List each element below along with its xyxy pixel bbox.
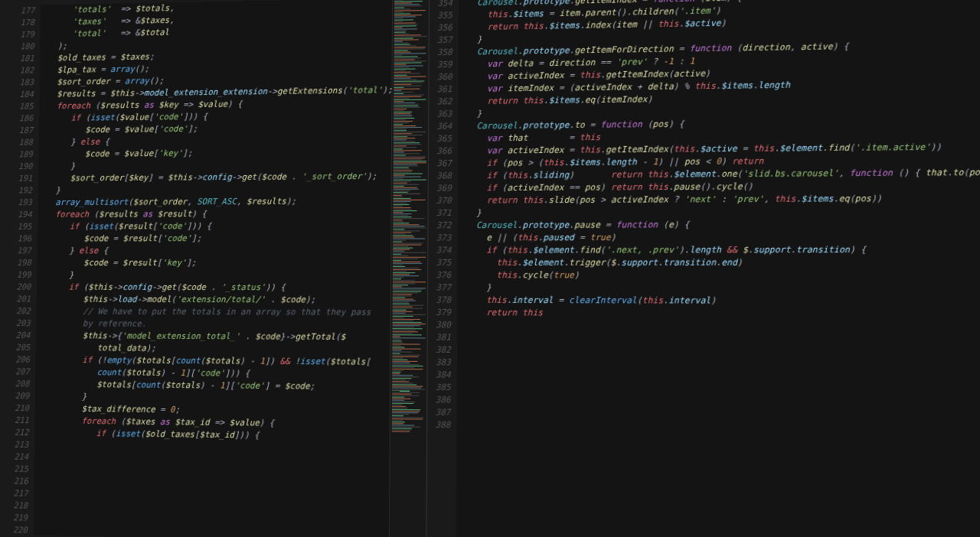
line-number: 185: [15, 101, 34, 113]
line-number: 192: [13, 185, 32, 197]
line-number: 388: [430, 419, 450, 432]
line-number: 371: [432, 207, 452, 220]
line-number: 190: [14, 161, 33, 173]
code-line: } else {: [40, 245, 390, 258]
code-line: array_multisort($sort_order, SORT_ASC, $…: [41, 195, 390, 209]
line-number: 195: [13, 221, 32, 233]
code-line: this.interval = clearInterval(this.inter…: [460, 295, 980, 308]
line-number: 374: [431, 245, 451, 257]
line-number: 200: [12, 282, 31, 294]
code-line: }: [40, 269, 390, 282]
line-number: 363: [432, 108, 452, 120]
line-number: 378: [431, 295, 451, 307]
code-line: e || (this.paused = true): [461, 230, 980, 244]
line-number: 379: [431, 307, 451, 319]
line-number: 209: [10, 390, 29, 402]
line-number: 365: [432, 133, 452, 145]
line-number: 187: [14, 125, 33, 137]
line-number: 386: [430, 394, 450, 407]
line-number: 191: [14, 173, 33, 185]
code-line: foreach ($results as $result) {: [41, 207, 391, 221]
line-number: 387: [430, 406, 450, 419]
line-number: 219: [8, 512, 28, 524]
line-number: 211: [10, 415, 29, 427]
line-number: 193: [13, 197, 32, 209]
line-number: 373: [431, 232, 451, 244]
line-number: 181: [15, 53, 34, 65]
line-number: 367: [432, 158, 452, 170]
line-number: 212: [10, 427, 29, 439]
line-number: 364: [432, 120, 452, 132]
right-code-area[interactable]: Carousel.prototype.getItemIndex = functi…: [456, 0, 980, 537]
code-line: return this: [460, 307, 980, 321]
line-number: 384: [430, 369, 450, 382]
code-line: $code = $result['code'];: [41, 232, 391, 245]
line-number: 186: [15, 112, 34, 125]
code-line: $code = $result['key'];: [40, 257, 390, 269]
left-minimap[interactable]: [389, 0, 429, 537]
code-line: if ($this->config->get($code . '_status'…: [40, 282, 390, 295]
line-number: 207: [11, 366, 30, 378]
code-line: if (isset($result['code'])) {: [41, 220, 391, 233]
line-number: 213: [10, 439, 29, 451]
line-number: 179: [15, 29, 34, 41]
line-number: 366: [432, 145, 452, 158]
line-number: 218: [8, 500, 28, 512]
code-line: this.cycle(true): [460, 269, 980, 282]
line-number: 196: [12, 233, 31, 246]
line-number: 202: [11, 305, 31, 317]
line-number: 194: [13, 209, 32, 221]
line-number: 197: [12, 245, 31, 257]
line-number: 382: [431, 344, 451, 356]
line-number: 354: [433, 0, 452, 10]
line-number: 356: [433, 21, 452, 34]
line-number: 220: [8, 524, 28, 536]
right-editor-pane[interactable]: 3543553563573583593603613623633643653663…: [426, 0, 980, 537]
line-number: 368: [432, 170, 452, 182]
line-number: 381: [431, 331, 451, 343]
line-number: 184: [15, 89, 34, 101]
code-line: Carousel.prototype.pause = function (e) …: [461, 218, 980, 233]
code-line: $this->load->model('extension/total/' . …: [39, 294, 390, 307]
line-number: 205: [11, 342, 30, 354]
line-number: 380: [431, 319, 451, 331]
line-number: 359: [433, 59, 452, 71]
code-line: }: [460, 282, 980, 295]
line-number: 183: [15, 76, 34, 89]
line-number: 362: [432, 96, 452, 108]
line-number: 210: [10, 402, 29, 415]
code-line: if (this.$element.find('.next, .prev').l…: [461, 243, 980, 256]
line-number: 358: [433, 47, 452, 59]
line-number: 385: [430, 382, 450, 395]
line-number: 214: [9, 451, 28, 464]
code-line: // We have to put the totals in an array…: [39, 305, 390, 318]
line-number: 177: [16, 5, 35, 18]
line-number: 216: [9, 475, 28, 487]
line-number: 182: [15, 65, 34, 77]
line-number: 370: [432, 195, 452, 207]
line-number: 215: [9, 464, 28, 476]
line-number: 217: [9, 487, 28, 500]
left-editor-pane[interactable]: 1771781791801811821831841851861871881891…: [5, 0, 430, 537]
line-number: 208: [11, 378, 30, 390]
line-number: 189: [14, 148, 33, 161]
line-number: 369: [432, 182, 452, 194]
line-number: 360: [432, 71, 452, 83]
line-number: 372: [431, 220, 451, 232]
line-number: 357: [433, 34, 452, 47]
line-number: 188: [14, 137, 33, 149]
line-number: 361: [432, 83, 452, 96]
line-number: 199: [12, 269, 31, 282]
line-number: 206: [11, 354, 30, 366]
line-number: 178: [16, 17, 35, 29]
line-number: 376: [431, 269, 451, 282]
left-code-area[interactable]: 'totals' => $totals, 'taxes' => &$taxes,…: [33, 0, 392, 537]
code-line: $sort_order[$key] = $this->config->get($…: [41, 171, 391, 185]
line-number: 375: [431, 257, 451, 269]
line-number: 201: [11, 294, 31, 306]
line-number: 198: [12, 257, 31, 269]
line-number: 180: [15, 41, 34, 53]
right-line-gutter: 3543553563573583593603613623633643653663…: [426, 0, 459, 537]
line-number: 355: [433, 9, 452, 22]
line-number: 204: [11, 330, 31, 342]
